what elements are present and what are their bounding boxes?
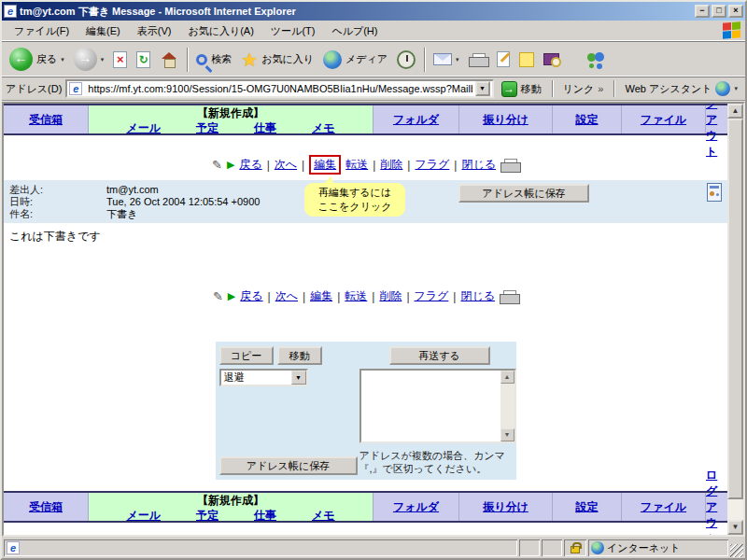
msg-delete-link[interactable]: 削除	[380, 157, 402, 173]
msg-flag-link[interactable]: フラグ	[415, 288, 449, 304]
resend-address-textarea[interactable]: ▲ ▼	[359, 369, 516, 443]
contact-card-icon[interactable]	[707, 183, 722, 202]
nav-inbox-link[interactable]: 受信箱	[29, 499, 63, 515]
scroll-up-icon[interactable]: ▲	[500, 371, 514, 384]
search-button[interactable]: 検索	[192, 50, 235, 68]
nav-new-mail-link[interactable]: メール	[126, 120, 161, 136]
forward-button[interactable]: → ▾	[70, 46, 108, 73]
msg-flag-link[interactable]: フラグ	[415, 157, 449, 173]
scroll-down-icon[interactable]: ▼	[500, 428, 514, 441]
nav-new-task-link[interactable]: 仕事	[254, 120, 276, 136]
nav-new-memo-link[interactable]: メモ	[312, 120, 335, 136]
back-button[interactable]: ← 戻る ▾	[6, 46, 68, 73]
msg-next-link[interactable]: 次へ	[275, 157, 297, 173]
save-to-addressbook-button[interactable]: アドレス帳に保存	[458, 184, 589, 203]
menu-favorites[interactable]: お気に入り(A)	[179, 22, 261, 40]
links-button[interactable]: リンク »	[559, 80, 608, 98]
address-input[interactable]: e https://mf.yt.com:9100/Session/15-OMG7…	[65, 79, 493, 98]
close-button[interactable]: ×	[728, 5, 743, 18]
page-scrollbar[interactable]: ▲ ▼	[727, 104, 743, 535]
nav-file-link[interactable]: ファイル	[641, 112, 686, 128]
toolbar-pipe: |	[372, 290, 374, 303]
menu-edit[interactable]: 編集(E)	[78, 22, 129, 40]
nav-new-schedule-link[interactable]: 予定	[196, 120, 218, 136]
msg-forward-link[interactable]: 転送	[345, 157, 368, 173]
msg-edit-link[interactable]: 編集	[314, 158, 336, 171]
history-icon	[397, 50, 416, 69]
nav-settings-link[interactable]: 設定	[576, 112, 599, 128]
menu-file[interactable]: ファイル(F)	[6, 22, 78, 40]
resend-button[interactable]: 再送する	[389, 346, 490, 365]
msg-back-link[interactable]: 戻る	[239, 157, 261, 173]
menu-tools[interactable]: ツール(T)	[262, 22, 324, 40]
msg-next-link[interactable]: 次へ	[275, 288, 298, 304]
resize-grip[interactable]	[730, 544, 743, 557]
menu-view[interactable]: 表示(V)	[129, 22, 180, 40]
home-button[interactable]	[156, 50, 182, 69]
textarea-scrollbar[interactable]: ▲ ▼	[500, 371, 514, 441]
stop-button[interactable]: ×	[109, 49, 131, 70]
media-button[interactable]: メディア	[319, 49, 391, 71]
minimize-button[interactable]: −	[695, 5, 710, 18]
print-message-icon[interactable]	[500, 290, 518, 303]
print-message-icon[interactable]	[500, 159, 519, 172]
search-label: 検索	[211, 52, 232, 66]
copy-button[interactable]: コピー	[219, 346, 274, 365]
msg-delete-link[interactable]: 削除	[379, 288, 402, 304]
scrollbar-down-icon[interactable]: ▼	[727, 520, 743, 535]
maximize-button[interactable]: □	[712, 5, 726, 18]
web-assistant-dropdown-icon[interactable]: ▾	[734, 85, 738, 92]
back-label: 戻る	[36, 52, 57, 66]
nav-file-link[interactable]: ファイル	[641, 499, 686, 515]
nav-settings-link[interactable]: 設定	[576, 499, 599, 515]
nav-sort-link[interactable]: 振り分け	[483, 112, 529, 128]
favorites-button[interactable]: ★ お気に入り	[237, 49, 317, 70]
msg-back-link[interactable]: 戻る	[240, 288, 262, 304]
media-globe-icon	[323, 50, 342, 69]
subject-value: 下書き	[106, 208, 137, 220]
back-dropdown-icon[interactable]: ▾	[61, 56, 64, 63]
nav-folder-link[interactable]: フォルダ	[393, 499, 439, 515]
menu-help[interactable]: ヘルプ(H)	[323, 22, 386, 40]
edit-button[interactable]	[493, 49, 514, 69]
forward-dropdown-icon[interactable]: ▾	[101, 56, 105, 63]
nav-new-mail-link[interactable]: メール	[126, 508, 161, 524]
web-assistant-button[interactable]: Web アシスタント ▾	[621, 79, 741, 98]
nav-new-schedule-link[interactable]: 予定	[196, 508, 218, 524]
windows-logo-icon	[723, 21, 741, 39]
address-bar: アドレス(D) e https://mf.yt.com:9100/Session…	[2, 77, 745, 102]
refresh-button[interactable]: ↻	[133, 49, 154, 70]
history-button[interactable]	[393, 49, 419, 71]
msg-close-link[interactable]: 閉じる	[461, 157, 496, 173]
save-to-addressbook-button-2[interactable]: アドレス帳に保存	[219, 456, 358, 475]
mail-button[interactable]: ▾	[430, 51, 463, 67]
nav-logout-link[interactable]: ログアウト	[706, 104, 727, 160]
nav-logout-link[interactable]: ログアウト	[706, 468, 727, 536]
nav-inbox-link[interactable]: 受信箱	[29, 112, 63, 128]
address-note-line1: アドレスが複数の場合、カンマ	[359, 449, 520, 462]
msn-messenger-button[interactable]	[582, 49, 610, 70]
select-dropdown-icon[interactable]: ▼	[291, 371, 306, 385]
nav-sort-link[interactable]: 振り分け	[483, 499, 529, 515]
msg-forward-link[interactable]: 転送	[345, 288, 367, 304]
status-main-pane: e	[4, 539, 517, 556]
scrollbar-track[interactable]	[727, 119, 743, 520]
toolbar-pipe: |	[407, 159, 410, 172]
scrollbar-up-icon[interactable]: ▲	[727, 104, 743, 119]
mail-dropdown-icon[interactable]: ▾	[456, 56, 459, 63]
nav-new-memo-link[interactable]: メモ	[312, 508, 335, 524]
new-create-title: 【新規作成】	[197, 494, 264, 507]
move-button[interactable]: 移動	[277, 346, 322, 365]
print-button[interactable]	[465, 51, 491, 68]
msg-edit-link[interactable]: 編集	[310, 288, 332, 304]
date-value: Tue, 26 Oct 2004 12:05:54 +0900	[106, 196, 260, 208]
folder-select[interactable]: 退避 ▼	[219, 369, 308, 386]
msg-close-link[interactable]: 閉じる	[460, 288, 495, 304]
go-button[interactable]: → 移動	[498, 79, 545, 99]
messenger-note-button[interactable]	[515, 50, 538, 69]
nav-new-task-link[interactable]: 仕事	[254, 508, 276, 524]
address-dropdown-icon[interactable]: ▼	[475, 81, 490, 96]
nav-folder-link[interactable]: フォルダ	[393, 112, 439, 128]
research-button[interactable]	[540, 51, 563, 67]
scrollbar-thumb[interactable]	[727, 119, 743, 499]
